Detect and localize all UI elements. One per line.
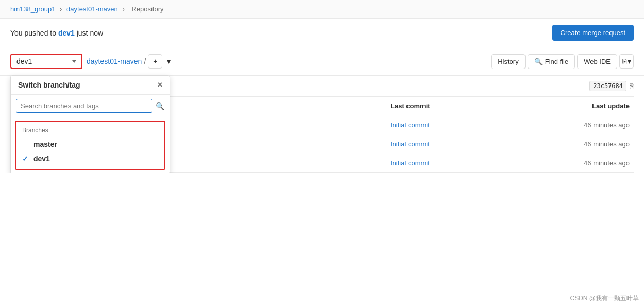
- branch-name-master: master: [33, 140, 57, 148]
- branch-check-icon-dev1: ✓: [22, 155, 29, 163]
- col-last-update-header: Last update: [541, 97, 634, 115]
- last-update-cell: 46 minutes ago: [541, 115, 634, 134]
- breadcrumb-project[interactable]: daytest01-maven: [66, 5, 118, 13]
- branch-item-master[interactable]: master: [16, 137, 164, 151]
- web-ide-button[interactable]: Web IDE: [577, 54, 617, 69]
- find-file-button[interactable]: 🔍 Find file: [528, 54, 575, 69]
- branch-tag-dropdown: Switch branch/tag × 🔍 Branches master ✓ …: [10, 75, 170, 173]
- path-separator: /: [144, 57, 146, 65]
- create-merge-request-button[interactable]: Create merge request: [552, 25, 634, 41]
- commit-hash-value: 23c57684: [589, 81, 626, 91]
- branch-name-dev1: dev1: [33, 155, 50, 163]
- breadcrumb: hm138_group1 › daytest01-maven › Reposit…: [0, 0, 644, 19]
- dropdown-close-button[interactable]: ×: [158, 81, 162, 89]
- path-actions: + ▾: [148, 54, 174, 69]
- branch-item-dev1[interactable]: ✓ dev1: [16, 151, 164, 166]
- branch-selector[interactable]: dev1: [10, 54, 82, 69]
- path-section: daytest01-maven / + ▾: [87, 54, 174, 69]
- copy-hash-button[interactable]: ⎘: [630, 82, 634, 90]
- commit-message-link[interactable]: Initial commit: [391, 140, 430, 148]
- branch-selector-label: dev1: [16, 57, 70, 65]
- repo-toolbar: dev1 daytest01-maven / + ▾ History 🔍 Fin…: [0, 47, 644, 76]
- branch-search-box: 🔍: [11, 95, 170, 117]
- history-button[interactable]: History: [491, 54, 525, 69]
- col-last-commit-header: Last commit: [386, 97, 541, 115]
- banner-branch-link[interactable]: dev1: [58, 29, 75, 37]
- push-banner: You pushed to dev1 just now Create merge…: [0, 19, 644, 47]
- breadcrumb-group[interactable]: hm138_group1: [10, 5, 55, 13]
- dropdown-title: Switch branch/tag: [18, 81, 80, 89]
- clone-icon: ⎘: [622, 57, 626, 65]
- branches-section: Branches master ✓ dev1: [15, 121, 165, 170]
- more-options-button[interactable]: ⎘ ▾: [619, 54, 634, 69]
- add-file-button[interactable]: +: [148, 54, 162, 69]
- dropdown-header: Switch branch/tag ×: [11, 76, 170, 95]
- search-icon: 🔍: [534, 58, 543, 65]
- find-file-label: Find file: [545, 58, 569, 65]
- commit-hash-section: 23c57684 ⎘: [589, 81, 634, 91]
- path-root-link[interactable]: daytest01-maven: [87, 57, 142, 65]
- commit-message-link[interactable]: Initial commit: [391, 121, 430, 129]
- banner-suffix: just now: [75, 29, 103, 37]
- last-update-cell: 46 minutes ago: [541, 134, 634, 153]
- dropdown-chevron-icon: ▾: [628, 57, 631, 65]
- branches-label: Branches: [16, 125, 164, 137]
- path-chevron-button[interactable]: ▾: [163, 54, 174, 69]
- branch-check-icon-master: [22, 140, 29, 148]
- breadcrumb-current: Repository: [131, 5, 163, 13]
- toolbar-right: History 🔍 Find file Web IDE ⎘ ▾: [491, 54, 634, 69]
- branch-search-input[interactable]: [16, 99, 152, 113]
- banner-text: You pushed to: [10, 29, 58, 37]
- commit-message-link[interactable]: Initial commit: [391, 159, 430, 167]
- branch-search-icon: 🔍: [156, 102, 164, 110]
- last-update-cell: 46 minutes ago: [541, 153, 634, 173]
- chevron-down-icon: [72, 60, 76, 63]
